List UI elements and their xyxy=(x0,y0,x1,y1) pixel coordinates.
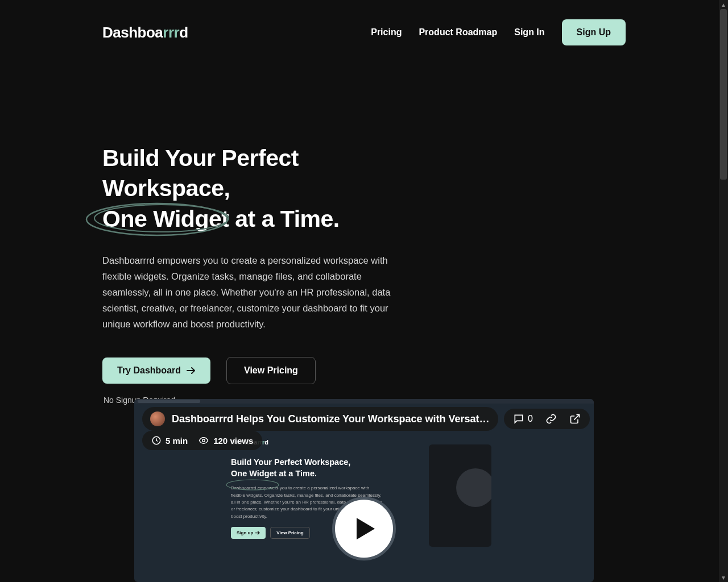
scroll-up-icon[interactable]: ▲ xyxy=(719,0,728,9)
thumb-pricing-button: View Pricing xyxy=(270,527,309,539)
thumb-signup-label: Sign up xyxy=(237,530,253,535)
hero-title-highlight: One Widget xyxy=(102,206,229,232)
video-title-chip: Dashboarrrd Helps You Customize Your Wor… xyxy=(142,407,498,431)
hero-title-line2-rest: at a Time. xyxy=(229,206,339,232)
video-views-text: 120 views xyxy=(213,436,253,446)
comment-button[interactable]: 0 xyxy=(513,413,533,425)
scroll-down-icon[interactable]: ▼ xyxy=(719,573,728,582)
svg-point-4 xyxy=(202,439,205,442)
video-duration-text: 5 min xyxy=(166,436,188,446)
link-button[interactable] xyxy=(545,413,557,425)
video-overlay: Dashboarrrd Helps You Customize Your Wor… xyxy=(142,407,586,431)
decor-arcs xyxy=(614,196,728,332)
play-button[interactable] xyxy=(332,497,396,560)
cta-row: Try Dashboard View Pricing xyxy=(102,357,421,384)
nav-right: Pricing Product Roadmap Sign In Sign Up xyxy=(371,19,626,45)
thumb-logo-part3: d xyxy=(264,439,268,446)
nav-roadmap[interactable]: Product Roadmap xyxy=(419,27,497,38)
eye-icon xyxy=(198,435,209,446)
avatar xyxy=(150,411,165,426)
signup-button[interactable]: Sign Up xyxy=(562,19,626,45)
decor-circle xyxy=(621,95,728,224)
video-card[interactable]: Dashboarrrd Build Your Perfect Workspace… xyxy=(134,399,594,582)
video-views: 120 views xyxy=(198,435,253,446)
hero-title-line1: Build Your Perfect Workspace, xyxy=(102,145,299,201)
link-icon xyxy=(545,413,557,425)
thumb-title: Build Your Perfect Workspace, One Widget… xyxy=(231,457,497,479)
arrow-right-icon xyxy=(187,367,196,375)
hero-title: Build Your Perfect Workspace, One Widget… xyxy=(102,143,421,234)
try-dashboard-button[interactable]: Try Dashboard xyxy=(102,357,210,384)
nav-pricing[interactable]: Pricing xyxy=(371,27,402,38)
hero-title-highlight-wrap: One Widget xyxy=(102,204,229,234)
thumb-title-line1: Build Your Perfect Workspace, xyxy=(231,458,350,467)
comment-count: 0 xyxy=(528,414,533,424)
arrow-right-icon xyxy=(255,531,260,535)
logo-part1: Dashboa xyxy=(102,24,163,41)
try-dashboard-label: Try Dashboard xyxy=(117,365,181,376)
top-nav: Dashboarrrd Pricing Product Roadmap Sign… xyxy=(102,0,626,45)
hero: Build Your Perfect Workspace, One Widget… xyxy=(102,45,421,405)
thumb-signup-button: Sign up xyxy=(231,527,266,539)
video-title: Dashboarrrd Helps You Customize Your Wor… xyxy=(172,413,490,425)
nav-signin[interactable]: Sign In xyxy=(514,27,544,38)
video-meta: 5 min 120 views xyxy=(142,431,262,450)
hero-description: Dashboarrrd empowers you to create a per… xyxy=(102,252,404,332)
thumb-title-line2: One Widget at a Time. xyxy=(231,469,317,478)
scrollbar[interactable]: ▲ ▼ xyxy=(719,0,728,582)
logo[interactable]: Dashboarrrd xyxy=(102,24,188,41)
view-pricing-button[interactable]: View Pricing xyxy=(226,357,316,384)
logo-part3: d xyxy=(179,24,188,41)
video-browser-strip xyxy=(134,399,594,404)
scrollbar-thumb[interactable] xyxy=(720,9,727,180)
video-duration: 5 min xyxy=(151,435,188,446)
logo-part2: rrr xyxy=(163,24,179,41)
external-link-button[interactable] xyxy=(569,413,581,425)
clock-icon xyxy=(151,435,162,446)
external-link-icon xyxy=(569,413,581,425)
play-icon xyxy=(355,517,376,541)
video-controls: 0 xyxy=(504,409,590,429)
comment-icon xyxy=(513,413,524,425)
